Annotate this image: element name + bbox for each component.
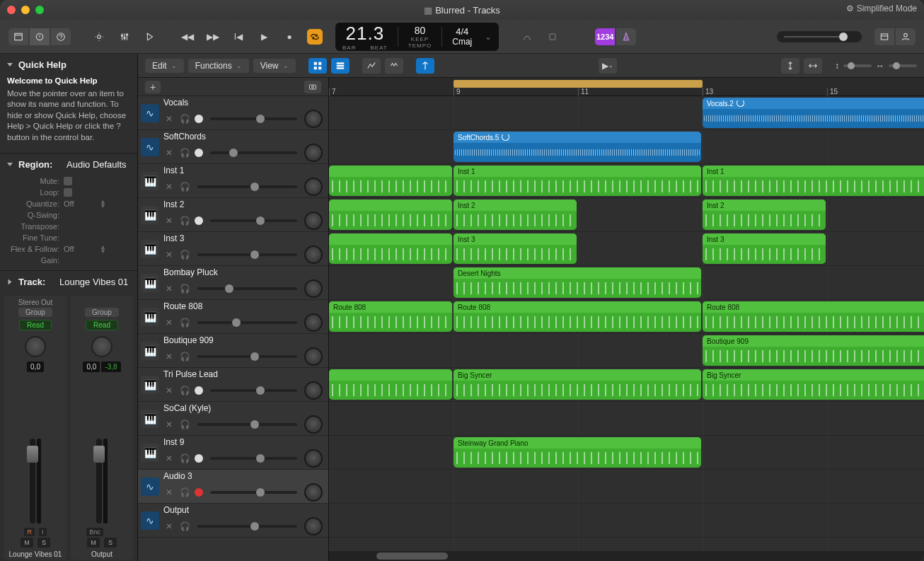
region[interactable]: Inst 2: [703, 199, 826, 230]
record-enable-button[interactable]: [195, 115, 203, 123]
track-lane[interactable]: Big SyncerBig SyncerBig SyncerBig Syncer: [329, 368, 924, 402]
region[interactable]: Route 808: [454, 301, 701, 332]
track-header[interactable]: 🎹 Inst 1 ✕ 🎧: [138, 164, 328, 198]
lcd-key[interactable]: Cmaj: [452, 37, 472, 47]
mute-button[interactable]: ✕: [163, 284, 175, 294]
region-header[interactable]: [329, 233, 452, 245]
edit-menu[interactable]: Edit⌄: [145, 59, 184, 73]
track-name[interactable]: Inst 3: [163, 233, 184, 243]
input-monitor-button[interactable]: I: [39, 528, 47, 536]
region-header[interactable]: Inst 2: [454, 199, 577, 211]
record-enable-button[interactable]: [195, 216, 203, 225]
record-enable-button[interactable]: [195, 149, 203, 157]
solo-button[interactable]: 🎧: [179, 318, 190, 328]
region[interactable]: Route 808: [703, 301, 924, 332]
loop-checkbox[interactable]: [64, 188, 72, 197]
region[interactable]: Inst 3: [703, 233, 826, 264]
track-name[interactable]: Bombay Pluck: [163, 267, 218, 277]
track-name[interactable]: Boutique 909: [163, 335, 214, 345]
mute-button[interactable]: ✕: [163, 420, 175, 429]
record-enable-button[interactable]: [195, 454, 203, 463]
track-header[interactable]: 🎹 Route 808 ✕ 🎧: [138, 300, 328, 334]
track-lane[interactable]: Boutique 909Boutique 909Boutique 909: [329, 334, 924, 368]
library-button[interactable]: [8, 28, 28, 45]
quick-help-button[interactable]: [51, 28, 71, 45]
individual-view-button[interactable]: [331, 58, 350, 74]
track-lane[interactable]: Steinway Grand Piano: [329, 436, 924, 470]
region[interactable]: [329, 166, 452, 196]
mute-button[interactable]: ✕: [163, 182, 175, 192]
solo-button[interactable]: S: [37, 538, 50, 548]
volume-slider[interactable]: [210, 491, 297, 494]
pan-knob[interactable]: [304, 110, 323, 128]
mute-button[interactable]: ✕: [163, 386, 175, 395]
region-header[interactable]: [329, 199, 452, 211]
region[interactable]: Route 808: [329, 301, 452, 332]
region[interactable]: Inst 1: [454, 166, 701, 196]
lcd-tempo[interactable]: 80: [415, 25, 426, 36]
region-header[interactable]: Steinway Grand Piano: [454, 437, 701, 449]
tracks-arrange-area[interactable]: 791113151719212325 Vocals.2Vocals.4SoftC…: [329, 78, 924, 561]
region-header[interactable]: Vocals.2: [703, 98, 924, 109]
volume-slider[interactable]: [210, 219, 297, 222]
disclosure-triangle-icon[interactable]: [8, 279, 12, 285]
region-header[interactable]: [329, 166, 452, 177]
region-header[interactable]: [329, 369, 452, 381]
catch-playhead-button[interactable]: [416, 58, 434, 74]
track-header[interactable]: ∿ SoftChords ✕ 🎧: [138, 130, 328, 164]
region[interactable]: [329, 233, 452, 264]
functions-menu[interactable]: Functions⌄: [188, 59, 249, 73]
pan-knob[interactable]: [304, 279, 323, 298]
metronome-button[interactable]: [616, 28, 636, 45]
region-inspector-header[interactable]: Region: Audio Defaults: [0, 154, 137, 175]
cycle-range[interactable]: [454, 80, 703, 88]
volume-slider[interactable]: [210, 457, 297, 460]
volume-slider[interactable]: [197, 185, 297, 188]
track-header[interactable]: ∿ Output ✕ 🎧: [138, 504, 328, 538]
mute-button[interactable]: ✕: [163, 318, 175, 328]
solo-button[interactable]: 🎧: [179, 250, 190, 260]
horizontal-auto-zoom-button[interactable]: [804, 58, 822, 74]
region-header[interactable]: Big Syncer: [703, 369, 924, 381]
pan-knob[interactable]: [304, 178, 323, 196]
pan-knob[interactable]: [25, 336, 46, 357]
solo-button[interactable]: 🎧: [179, 420, 190, 429]
mute-button[interactable]: ✕: [163, 521, 175, 531]
track-lane[interactable]: Route 808Route 808Route 808Route 808Rout…: [329, 300, 924, 334]
volume-slider[interactable]: [197, 525, 297, 528]
master-volume-slider[interactable]: [777, 31, 862, 42]
tuner-button[interactable]: [517, 28, 537, 45]
region[interactable]: Inst 3: [454, 233, 577, 264]
pointer-tool-button[interactable]: ▶⌄: [599, 58, 617, 74]
track-name[interactable]: SoftChords: [163, 132, 206, 141]
volume-slider[interactable]: [197, 287, 297, 290]
mute-button[interactable]: ✕: [163, 453, 175, 463]
list-editors-button[interactable]: [874, 28, 894, 45]
flex-follow-select[interactable]: Off▲▼: [64, 245, 106, 253]
pan-knob[interactable]: [304, 347, 323, 366]
go-to-start-button[interactable]: I◀: [231, 29, 246, 45]
track-lane[interactable]: Inst 1Inst 1Inst 1Inst 1: [329, 164, 924, 198]
region[interactable]: [329, 199, 452, 230]
lcd-menu-chevron[interactable]: ⌄: [482, 23, 492, 51]
peak-value[interactable]: -3,8: [101, 362, 120, 372]
mute-button[interactable]: ✕: [163, 114, 175, 124]
region-header[interactable]: Inst 1: [703, 166, 924, 177]
region[interactable]: Big Syncer: [454, 369, 701, 400]
group-button[interactable]: Group: [18, 308, 52, 317]
solo-button[interactable]: 🎧: [179, 182, 190, 192]
region-header[interactable]: Desert Nights: [454, 267, 701, 279]
region-header[interactable]: Big Syncer: [454, 369, 701, 381]
pan-knob[interactable]: [304, 483, 323, 502]
region[interactable]: Vocals.2: [703, 98, 924, 128]
flex-button[interactable]: [385, 58, 403, 74]
pan-knob[interactable]: [91, 336, 112, 357]
region-header[interactable]: Inst 2: [703, 199, 826, 211]
track-name[interactable]: Inst 1: [163, 166, 184, 175]
region[interactable]: Boutique 909: [703, 335, 924, 366]
track-lane[interactable]: Inst 3Inst 3Inst 3Inst 3: [329, 232, 924, 266]
region-header[interactable]: Inst 3: [703, 233, 826, 245]
track-lane[interactable]: Drummer: [329, 402, 924, 436]
pan-knob[interactable]: [304, 313, 323, 332]
mute-button[interactable]: ✕: [163, 487, 175, 497]
